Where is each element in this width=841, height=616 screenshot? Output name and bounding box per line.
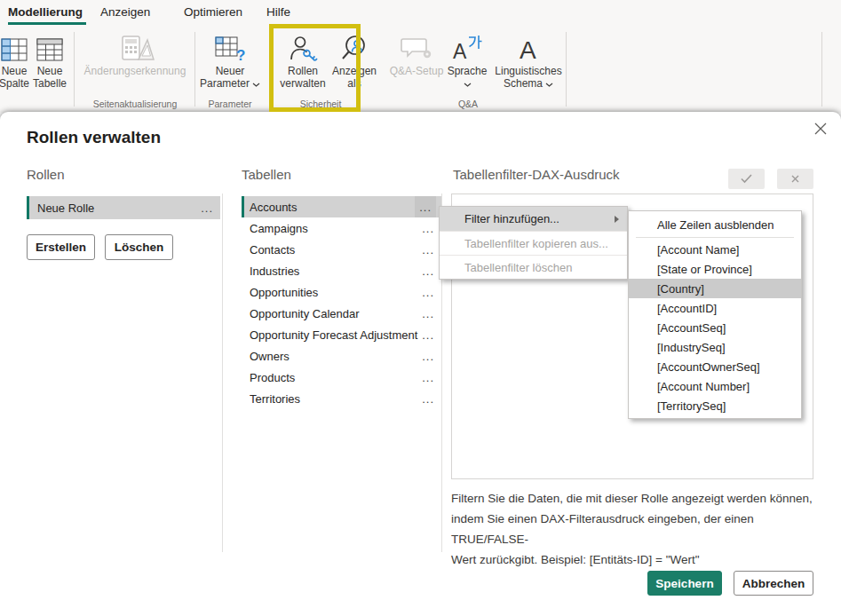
button-label: Sprache bbox=[442, 65, 492, 77]
button-label: Linguistisches bbox=[490, 65, 567, 77]
submenu-separator bbox=[636, 237, 794, 238]
x-icon bbox=[791, 175, 799, 183]
submenu-item-column[interactable]: [Country] bbox=[629, 279, 801, 298]
table-ellipsis-button[interactable]: ... bbox=[420, 265, 436, 278]
table-ellipsis-button[interactable]: ... bbox=[420, 243, 436, 257]
roles-heading: Rollen bbox=[27, 167, 65, 182]
submenu-item-column[interactable]: [State or Province] bbox=[629, 259, 801, 279]
ribbon: Modellierung Anzeigen Optimieren Hilfe N… bbox=[0, 0, 841, 113]
table-name: Opportunities bbox=[250, 286, 318, 299]
change-detection-button: Änderungserkennung bbox=[80, 29, 190, 77]
dax-help-line: Wert zurückgibt. Beispiel: [Entitäts-ID]… bbox=[451, 549, 833, 570]
menu-item-copy-filter: Tabellenfilter kopieren aus... bbox=[440, 231, 627, 255]
discard-filter-button[interactable] bbox=[777, 169, 813, 189]
new-parameter-icon: ? bbox=[197, 29, 263, 61]
table-row[interactable]: Industries ... bbox=[242, 260, 441, 281]
table-row[interactable]: Territories ... bbox=[242, 388, 441, 409]
submenu-item-hide-all-rows[interactable]: Alle Zeilen ausblenden bbox=[629, 214, 801, 235]
apply-filter-button[interactable] bbox=[728, 169, 765, 189]
table-name: Campaigns bbox=[250, 222, 308, 235]
table-row[interactable]: Accounts ... bbox=[242, 196, 441, 217]
dax-help-line: Filtern Sie die Daten, die mit dieser Ro… bbox=[451, 488, 833, 509]
table-row[interactable]: Campaigns ... bbox=[242, 217, 441, 239]
table-ellipsis-button[interactable]: ... bbox=[420, 371, 436, 384]
button-label: Schema bbox=[490, 77, 567, 90]
table-row[interactable]: Products ... bbox=[242, 367, 441, 388]
table-name: Products bbox=[250, 371, 295, 384]
table-name: Contacts bbox=[250, 243, 295, 257]
button-label: Neue bbox=[28, 65, 71, 77]
button-label: Tabelle bbox=[28, 77, 71, 90]
tab-hilfe[interactable]: Hilfe bbox=[266, 5, 290, 19]
group-label-qa: Q&A bbox=[435, 99, 501, 109]
table-ellipsis-button[interactable]: ... bbox=[420, 222, 436, 235]
table-name: Territories bbox=[250, 392, 300, 406]
change-detection-calculator-icon bbox=[80, 29, 190, 61]
table-name: Owners bbox=[250, 350, 290, 363]
menu-item-add-filter[interactable]: Filter hinzufügen... bbox=[440, 207, 627, 231]
active-tab-underline bbox=[8, 22, 86, 25]
submenu-item-column[interactable]: [AccountID] bbox=[629, 298, 801, 318]
table-context-menu: Filter hinzufügen... Tabellenfilter kopi… bbox=[439, 206, 628, 280]
dax-heading: Tabellenfilter-DAX-Ausdruck bbox=[453, 167, 620, 182]
table-ellipsis-button[interactable]: ... bbox=[420, 392, 436, 406]
table-row[interactable]: Contacts ... bbox=[242, 239, 441, 260]
table-name: Opportunity Forecast Adjustment bbox=[250, 328, 417, 342]
new-table-button[interactable]: Neue Tabelle bbox=[28, 29, 71, 90]
submenu-item-column[interactable]: [TerritorySeq] bbox=[629, 396, 801, 415]
table-name: Opportunity Calendar bbox=[250, 307, 360, 320]
submenu-item-column[interactable]: [Account Name] bbox=[629, 240, 801, 259]
table-row[interactable]: Owners ... bbox=[242, 345, 441, 367]
table-ellipsis-button[interactable]: ... bbox=[420, 350, 436, 363]
table-name: Accounts bbox=[250, 201, 297, 214]
svg-text:A: A bbox=[453, 40, 467, 61]
ribbon-separator bbox=[74, 32, 75, 107]
cancel-button[interactable]: Abbrechen bbox=[734, 571, 813, 596]
language-button[interactable]: A Sprache bbox=[442, 29, 492, 90]
menu-item-label: Tabellenfilter löschen bbox=[464, 261, 572, 274]
table-row[interactable]: Opportunities ... bbox=[242, 281, 441, 303]
tab-optimieren[interactable]: Optimieren bbox=[184, 5, 242, 19]
save-button[interactable]: Speichern bbox=[647, 571, 722, 596]
submenu-item-column[interactable]: [Account Number] bbox=[629, 376, 801, 396]
new-parameter-button[interactable]: ? Neuer Parameter bbox=[197, 29, 263, 90]
table-ellipsis-button[interactable]: ... bbox=[415, 196, 436, 217]
menu-item-clear-filter: Tabellenfilter löschen bbox=[440, 255, 627, 279]
submenu-item-column[interactable]: [AccountSeq] bbox=[629, 318, 801, 337]
language-a-icon: A bbox=[442, 29, 492, 61]
close-icon[interactable] bbox=[811, 119, 830, 138]
submenu-item-column[interactable]: [IndustrySeq] bbox=[629, 337, 801, 357]
ribbon-separator bbox=[821, 32, 822, 107]
role-name: Neue Rolle bbox=[37, 201, 94, 215]
chevron-down-icon bbox=[252, 83, 260, 87]
new-table-icon bbox=[28, 29, 71, 61]
role-ellipsis-button[interactable]: ... bbox=[201, 201, 213, 215]
chevron-down-icon bbox=[545, 83, 553, 87]
group-label-seitenaktualisierung: Seitenaktualisierung bbox=[80, 99, 190, 109]
dax-help-text: Filtern Sie die Daten, die mit dieser Ro… bbox=[451, 488, 833, 570]
svg-text:?: ? bbox=[236, 47, 245, 61]
dax-help-line: indem Sie einen DAX-Filterausdruck einge… bbox=[451, 509, 833, 549]
yellow-highlight-box bbox=[269, 24, 361, 112]
table-ellipsis-button[interactable]: ... bbox=[420, 286, 436, 299]
button-label: Änderungserkennung bbox=[80, 65, 190, 77]
table-ellipsis-button[interactable]: ... bbox=[420, 307, 436, 320]
add-filter-submenu: Alle Zeilen ausblenden [Account Name] [S… bbox=[628, 210, 802, 419]
table-ellipsis-button[interactable]: ... bbox=[420, 328, 436, 342]
table-row[interactable]: Opportunity Calendar ... bbox=[242, 303, 441, 324]
column-divider bbox=[222, 193, 223, 552]
submenu-arrow-icon bbox=[615, 216, 619, 223]
dialog-title: Rollen verwalten bbox=[27, 128, 161, 147]
create-role-button[interactable]: Erstellen bbox=[27, 234, 95, 260]
button-label: Neuer bbox=[197, 65, 263, 77]
submenu-item-column[interactable]: [AccountOwnerSeq] bbox=[629, 357, 801, 376]
powerbi-window: Modellierung Anzeigen Optimieren Hilfe N… bbox=[0, 0, 841, 616]
role-list-item[interactable]: Neue Rolle ... bbox=[27, 196, 220, 219]
table-row[interactable]: Opportunity Forecast Adjustment ... bbox=[242, 324, 441, 345]
delete-role-button[interactable]: Löschen bbox=[105, 234, 173, 260]
tab-modellierung[interactable]: Modellierung bbox=[8, 5, 83, 19]
tab-anzeigen[interactable]: Anzeigen bbox=[100, 5, 150, 19]
linguistic-schema-button[interactable]: A Linguistisches Schema bbox=[490, 29, 567, 90]
button-label: Parameter bbox=[197, 77, 263, 90]
ribbon-separator bbox=[194, 32, 195, 107]
